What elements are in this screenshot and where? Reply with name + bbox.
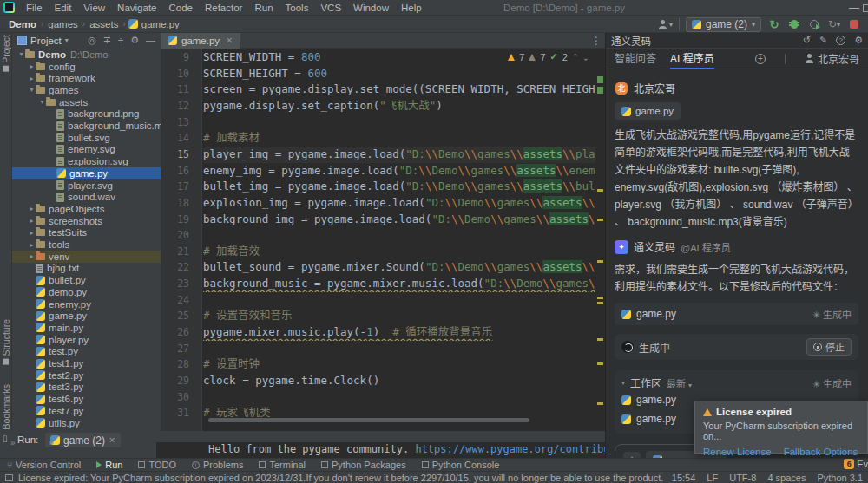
menu-vcs[interactable]: VCS [314,0,347,16]
line-number[interactable]: 28 [177,356,189,373]
tab-ai-programmer[interactable]: AI 程序员 [670,49,714,69]
line-number[interactable]: 17 [177,179,189,195]
tab-game-py[interactable]: game.py ✕ [161,33,240,49]
stripe-mark[interactable] [597,297,603,299]
line-number[interactable]: 20 [177,227,189,244]
stripe-mark[interactable] [597,76,603,83]
tree-item-test1.py[interactable]: test1.py [12,357,161,369]
menu-file[interactable]: File [20,0,49,16]
line-number[interactable]: 16 [177,163,189,179]
minimize-button[interactable]: — [845,2,863,14]
tree-item-screenshots[interactable]: ▸screenshots [12,215,161,227]
tree-item-player.svg[interactable]: player.svg [12,179,161,192]
tree-item-player.py[interactable]: player.py [12,334,161,346]
tree-item-enemy.py[interactable]: enemy.py [12,298,161,310]
line-number[interactable]: 11 [177,82,189,98]
code-line-13[interactable] [203,114,595,131]
chevron-right-icon[interactable]: ▸ [28,229,36,237]
line-number[interactable]: 15 [177,147,189,163]
code-line-15[interactable]: player_img = pygame.image.load("D:\\Demo… [203,147,595,163]
chevron-down-icon[interactable]: ▾ [28,86,36,94]
maximize-button[interactable] [863,4,868,12]
new-chat-icon[interactable]: ✎ [819,35,827,46]
debug-button[interactable] [787,17,801,31]
stripe-mark[interactable] [597,189,603,192]
code-line-10[interactable]: SCREEN_HEIGHT = 600 [203,66,595,82]
tree-item-main.py[interactable]: main.py [12,322,161,334]
chevron-down-icon[interactable]: ▾ [17,50,25,58]
stripe-mark[interactable] [597,338,603,341]
tree-item-enemy.svg[interactable]: enemy.svg [12,144,161,156]
stripe-mark[interactable] [597,362,603,365]
locate-file-icon[interactable]: ◎ [88,35,96,46]
workspace-filter[interactable]: 最新 ▾ [667,376,692,390]
menu-edit[interactable]: Edit [49,0,78,16]
toolwindow-run[interactable]: Run [96,460,122,470]
toolwindow-problems[interactable]: !Problems [192,460,243,470]
tree-item-Demo[interactable]: ▾DemoD:\Demo [12,49,161,61]
breadcrumb-item[interactable]: games [46,19,80,29]
divider-icon[interactable]: ÷ [118,35,123,46]
prev-issue-icon[interactable]: ⌃ [572,53,579,62]
add-context-button[interactable]: + [623,452,641,458]
stripe-mark[interactable] [597,219,603,221]
tree-item-bullet.py[interactable]: bullet.py [12,274,161,286]
hide-panel-icon[interactable]: — [146,35,155,46]
breadcrumb-item[interactable]: Demo [7,19,38,29]
tree-item-venv[interactable]: ▸venv [12,251,161,263]
chevron-right-icon[interactable]: ▸ [28,62,36,70]
code-line-30[interactable] [203,389,595,406]
code-line-27[interactable] [203,341,595,357]
line-number[interactable]: 25 [177,308,189,324]
next-issue-icon[interactable]: ⌃ [582,53,589,62]
menu-run[interactable]: Run [248,0,279,16]
horizontal-scrollbar[interactable] [208,418,529,422]
breadcrumb-item[interactable]: game.py [140,19,181,29]
line-number[interactable]: 13 [177,114,189,131]
collaboration-button[interactable]: ▾ [658,20,673,29]
event-log-badge[interactable]: 6Ev [844,459,868,469]
tree-item-background_music.mp3[interactable]: background_music.mp3 [12,120,161,132]
line-separator-widget[interactable]: LF [707,473,718,483]
code-line-17[interactable]: bullet_img = pygame.image.load("D:\\Demo… [203,179,595,195]
code-line-26[interactable]: pygame.mixer.music.play(-1) # 循环播放背景音乐 [203,324,595,341]
run-console[interactable]: Hello from the pygame community. https:/… [156,442,605,458]
tree-item-bjhg.txt[interactable]: bjhg.txt [12,263,161,275]
code-line-11[interactable]: screen = pygame.display.set_mode((SCREEN… [203,82,595,98]
stripe-mark[interactable] [597,302,603,304]
interpreter-widget[interactable]: Python 3.1 [817,473,863,483]
code-line-25[interactable]: # 设置音效和音乐 [203,308,595,324]
line-number[interactable]: 23 [177,276,189,292]
license-status-text[interactable]: License expired: Your PyCharm subscripti… [18,473,665,483]
menu-navigate[interactable]: Navigate [111,0,162,16]
tree-item-background.png[interactable]: background.png [12,108,161,121]
line-number[interactable]: 31 [177,405,189,421]
chevron-right-icon[interactable]: ▸ [28,241,36,249]
toolwindow-python-packages[interactable]: Python Packages [321,460,406,470]
line-number[interactable]: 14 [177,130,189,147]
tree-item-config[interactable]: ▸config [12,61,161,73]
chevron-right-icon[interactable]: ▸ [28,217,36,225]
line-number[interactable]: 22 [177,259,189,276]
wrench-icon[interactable]: ⚙ [854,35,863,46]
code-line-22[interactable]: bullet_sound = pygame.mixer.Sound("D:\\D… [203,259,595,276]
line-number[interactable]: 19 [177,212,189,228]
stripe-mark[interactable] [597,260,603,263]
tool-window-project[interactable]: Project [0,35,12,72]
code-line-12[interactable]: pygame.display.set_caption("飞机大战") [203,98,595,114]
code-editor[interactable]: 9101112131415161718192021222324252627282… [161,49,605,431]
toolwindow-version-control[interactable]: ⑂Version Control [7,460,81,470]
console-fold-icons[interactable]: » » [10,438,69,447]
line-number[interactable]: 27 [177,341,189,357]
menu-code[interactable]: Code [162,0,199,16]
toolwindow-terminal[interactable]: Terminal [259,460,306,470]
tree-item-testSuits[interactable]: ▸testSuits [12,227,161,239]
stop-button[interactable] [847,17,861,31]
chevron-right-icon[interactable]: ▸ [28,75,36,82]
line-number[interactable]: 29 [177,373,189,389]
line-number[interactable]: 21 [177,244,189,260]
line-number[interactable]: 24 [177,292,189,309]
code-line-16[interactable]: enemy_img = pygame.image.load("D:\\Demo\… [203,163,595,179]
tree-item-test2.py[interactable]: test2.py [12,369,161,382]
history-icon[interactable]: ↺ [803,35,811,46]
